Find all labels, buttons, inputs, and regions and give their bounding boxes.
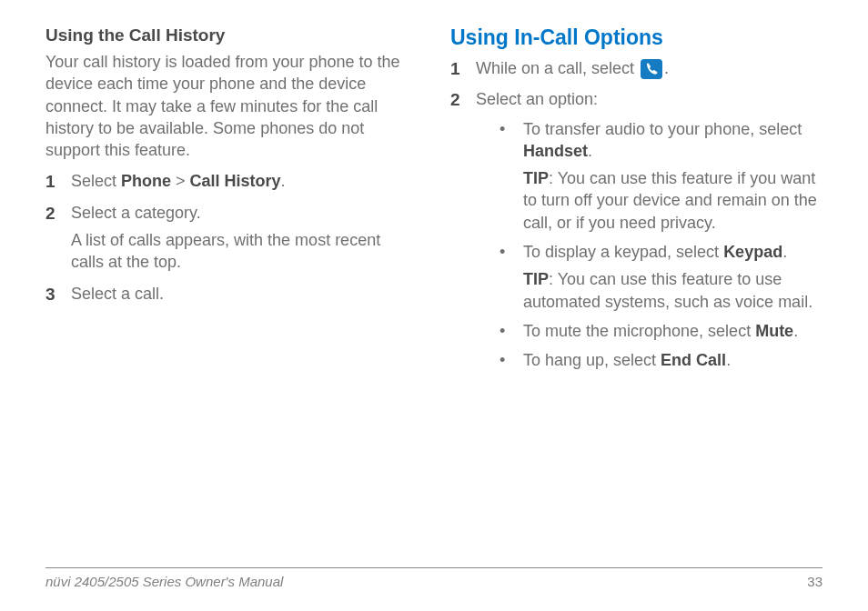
step-2: Select a category. [45,202,418,224]
incall-steps: While on a call, select . Select an opti… [450,57,823,372]
call-history-intro: Your call history is loaded from your ph… [45,51,418,161]
b1b: Handset [523,142,588,160]
content-area: Using the Call History Your call history… [45,25,823,381]
tip1: TIP: You can use this feature if you wan… [523,167,823,234]
incall-step1-period: . [664,59,669,77]
incall-heading: Using In-Call Options [450,25,823,50]
step1-phone: Phone [121,172,171,190]
step2-continuation: A list of calls appears, with the most r… [45,229,418,274]
tip2: TIP: You can use this feature to use aut… [523,268,823,313]
tip1-text: : You can use this feature if you want t… [523,169,817,232]
b3b: Mute [755,322,793,340]
footer-page: 33 [807,574,823,589]
b4a: To hang up, select [523,351,661,369]
b4b: End Call [661,351,726,369]
b2a: To display a keypad, select [523,243,723,261]
footer-title: nüvi 2405/2505 Series Owner's Manual [45,574,283,589]
tip2-label: TIP [523,270,549,288]
incall-step2-text: Select an option: [476,90,598,108]
b1a: To transfer audio to your phone, select [523,120,802,138]
b3a: To mute the microphone, select [523,322,755,340]
step1-text-a: Select [71,172,121,190]
footer: nüvi 2405/2505 Series Owner's Manual 33 [45,567,823,589]
option-keypad: To display a keypad, select Keypad. TIP:… [500,241,823,313]
b3c: . [793,322,798,340]
tip1-label: TIP [523,169,549,187]
incall-step-2: Select an option: To transfer audio to y… [450,88,823,371]
call-history-heading: Using the Call History [45,25,418,45]
call-history-steps: Select Phone > Call History. Select a ca… [45,170,418,224]
right-column: Using In-Call Options While on a call, s… [450,25,823,381]
b1c: . [588,142,592,160]
step1-text-c: > [171,172,190,190]
phone-icon [641,59,662,79]
tip2-text: : You can use this feature to use automa… [523,270,812,310]
b2b: Keypad [723,243,782,261]
incall-options: To transfer audio to your phone, select … [476,118,823,372]
option-handset: To transfer audio to your phone, select … [500,118,823,234]
step1-text-e: . [281,172,286,190]
step-1: Select Phone > Call History. [45,170,418,192]
step1-callhistory: Call History [190,172,281,190]
option-endcall: To hang up, select End Call. [500,349,823,371]
option-mute: To mute the microphone, select Mute. [500,320,823,342]
incall-step1-text: While on a call, select [476,59,639,77]
incall-step-1: While on a call, select . [450,57,823,79]
b4c: . [726,351,731,369]
step-3: Select a call. [45,283,418,305]
call-history-steps-cont: Select a call. [45,283,418,305]
left-column: Using the Call History Your call history… [45,25,418,381]
b2c: . [782,243,787,261]
